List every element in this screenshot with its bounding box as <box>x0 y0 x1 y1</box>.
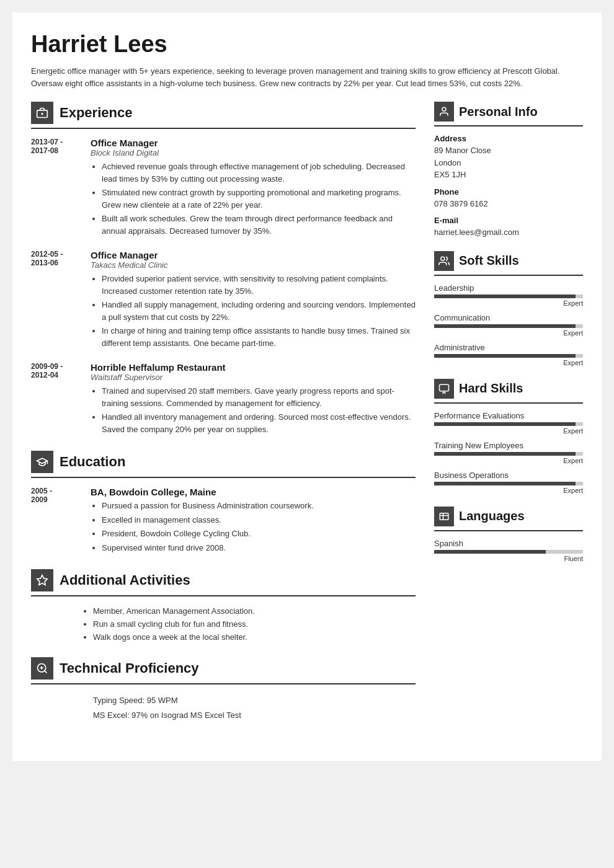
email-label: E-mail <box>434 216 583 225</box>
skill-bar-background <box>434 422 583 426</box>
address-label: Address <box>434 134 583 143</box>
language-bar-fill <box>434 550 546 554</box>
list-item: Walk dogs once a week at the local shelt… <box>93 631 416 644</box>
exp-job-title: Horrible Heffalump Restaurant <box>91 362 416 373</box>
skill-bar-fill <box>434 452 576 456</box>
education-header: Education <box>31 451 416 473</box>
svg-point-8 <box>442 107 446 111</box>
skill-bar-fill <box>434 324 576 328</box>
resume-container: Harriet Lees Energetic office manager wi… <box>12 12 602 761</box>
skill-bar-background <box>434 482 583 485</box>
soft-skills-section: Soft Skills LeadershipExpertCommunicatio… <box>434 251 583 366</box>
hard-skills-list: Performance EvaluationsExpertTraining Ne… <box>434 411 583 494</box>
languages-section: Languages SpanishFluent <box>434 507 583 562</box>
candidate-name: Harriet Lees <box>31 31 583 58</box>
list-item: Trained and supervised 20 staff members.… <box>102 385 416 409</box>
technical-header: Technical Proficiency <box>31 657 416 680</box>
edu-date: 2005 - 2009 <box>31 487 81 556</box>
svg-marker-3 <box>37 575 48 585</box>
skill-name: Leadership <box>434 283 583 293</box>
list-item: Built all work schedules. Grew the team … <box>102 213 416 237</box>
list-item: Member, American Management Association. <box>93 605 416 618</box>
hard-skills-section: Hard Skills Performance EvaluationsExper… <box>434 379 583 494</box>
languages-title: Languages <box>459 509 525 523</box>
svg-rect-10 <box>440 384 449 391</box>
skill-name: Performance Evaluations <box>434 411 583 420</box>
phone-label: Phone <box>434 187 583 197</box>
skill-level: Expert <box>434 359 583 366</box>
personal-info-icon <box>434 102 454 122</box>
exp-date: 2013-07 - 2017-08 <box>31 138 81 239</box>
left-column: Experience 2013-07 - 2017-08Office Manag… <box>31 102 416 736</box>
skill-level: Expert <box>434 457 583 464</box>
list-item: Excelled in management classes. <box>102 514 416 526</box>
languages-list: SpanishFluent <box>434 539 583 562</box>
exp-content: Horrible Heffalump RestaurantWaitstaff S… <box>91 362 416 437</box>
edu-content: BA, Bowdoin College, MainePursued a pass… <box>91 487 416 556</box>
list-item: President, Bowdoin College Cycling Club. <box>102 528 416 540</box>
list-item: Pursued a passion for Business Administr… <box>102 500 416 512</box>
exp-company: Waitstaff Supervisor <box>91 373 416 382</box>
education-icon <box>31 451 53 473</box>
list-item: Handled all inventory management and ord… <box>102 411 416 435</box>
list-item: Achieved revenue goals through effective… <box>102 161 416 185</box>
svg-line-5 <box>45 671 47 673</box>
skill-bar-background <box>434 354 583 358</box>
education-entries: 2005 - 2009BA, Bowdoin College, MainePur… <box>31 487 416 556</box>
summary-text: Energetic office manager with 5+ years e… <box>31 65 583 89</box>
personal-info-header: Personal Info <box>434 102 583 122</box>
personal-info-title: Personal Info <box>459 105 538 119</box>
exp-bullets: Provided superior patient service, with … <box>91 273 416 349</box>
language-bar-background <box>434 550 583 554</box>
list-item: Handled all supply management, including… <box>102 299 416 323</box>
skill-bar-background <box>434 452 583 456</box>
languages-header: Languages <box>434 507 583 526</box>
technical-icon <box>31 657 53 680</box>
soft-skills-header: Soft Skills <box>434 251 583 271</box>
technical-item: MS Excel: 97% on Isograd MS Excel Test <box>93 708 416 722</box>
skill-name: Administrative <box>434 343 583 352</box>
skill-bar-background <box>434 294 583 298</box>
technical-item: Typing Speed: 95 WPM <box>93 693 416 707</box>
svg-rect-13 <box>440 513 448 520</box>
experience-entry: 2009-09 - 2012-04Horrible Heffalump Rest… <box>31 362 416 437</box>
experience-title: Experience <box>60 105 132 121</box>
additional-section: Additional Activities Member, American M… <box>31 569 416 644</box>
languages-icon <box>434 507 454 526</box>
language-level: Fluent <box>434 555 583 562</box>
skill-name: Communication <box>434 313 583 322</box>
exp-job-title: Office Manager <box>91 250 416 260</box>
skill-bar-fill <box>434 482 576 485</box>
experience-header: Experience <box>31 102 416 124</box>
hard-skills-header: Hard Skills <box>434 379 583 399</box>
exp-bullets: Trained and supervised 20 staff members.… <box>91 385 416 435</box>
education-section: Education 2005 - 2009BA, Bowdoin College… <box>31 451 416 556</box>
technical-title: Technical Proficiency <box>60 660 199 676</box>
edu-degree: BA, Bowdoin College, Maine <box>91 487 416 497</box>
list-item: Supervised winter fund drive 2008. <box>102 542 416 554</box>
list-item: Provided superior patient service, with … <box>102 273 416 297</box>
edu-bullets: Pursued a passion for Business Administr… <box>91 500 416 554</box>
phone-value: 078 3879 6162 <box>434 198 583 210</box>
additional-bullets: Member, American Management Association.… <box>31 605 416 644</box>
list-item: In charge of hiring and training temp of… <box>102 325 416 349</box>
technical-section: Technical Proficiency Typing Speed: 95 W… <box>31 657 416 722</box>
skill-bar-fill <box>434 422 576 426</box>
exp-content: Office ManagerTakacs Medical ClinicProvi… <box>91 250 416 351</box>
list-item: Stimulated new contract growth by suppor… <box>102 187 416 211</box>
exp-content: Office ManagerBlock Island DigitalAchiev… <box>91 138 416 239</box>
experience-entry: 2012-05 - 2013-06Office ManagerTakacs Me… <box>31 250 416 351</box>
soft-skills-list: LeadershipExpertCommunicationExpertAdmin… <box>434 283 583 366</box>
skill-level: Expert <box>434 299 583 307</box>
language-name: Spanish <box>434 539 583 548</box>
technical-items: Typing Speed: 95 WPMMS Excel: 97% on Iso… <box>31 693 416 722</box>
additional-title: Additional Activities <box>60 572 190 588</box>
exp-company: Takacs Medical Clinic <box>91 260 416 270</box>
experience-entry: 2013-07 - 2017-08Office ManagerBlock Isl… <box>31 138 416 239</box>
skill-bar-fill <box>434 354 576 358</box>
experience-entries: 2013-07 - 2017-08Office ManagerBlock Isl… <box>31 138 416 437</box>
hard-skills-icon <box>434 379 454 399</box>
skill-level: Expert <box>434 487 583 494</box>
experience-icon <box>31 102 53 124</box>
address-value: 89 Manor CloseLondonEX5 1JH <box>434 144 583 181</box>
